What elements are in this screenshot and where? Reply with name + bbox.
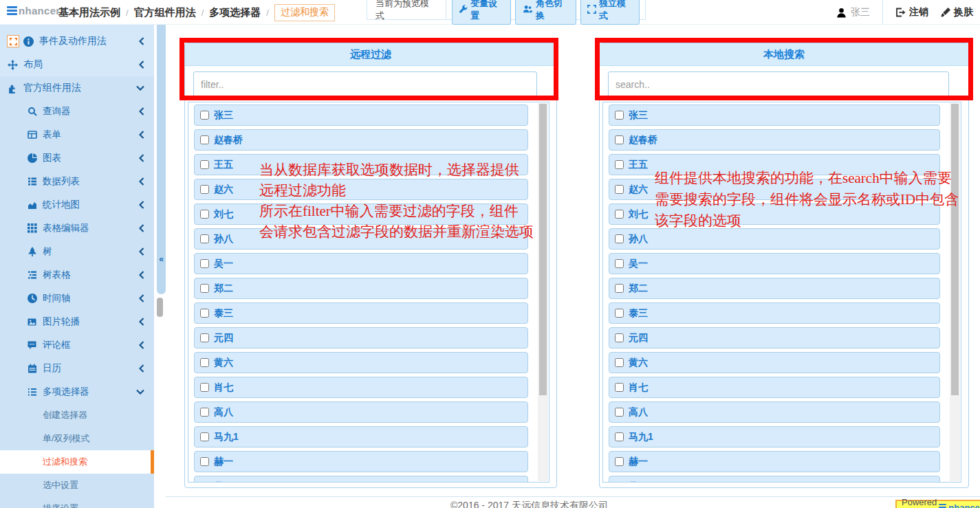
option-row-赫一[interactable]: 赫一 xyxy=(194,451,528,472)
option-row-马九1[interactable]: 马九1 xyxy=(194,426,528,448)
option-row-赫一[interactable]: 赫一 xyxy=(609,451,940,472)
option-checkbox[interactable] xyxy=(615,482,624,483)
sidebar-item-表单[interactable]: 表单 xyxy=(0,123,154,146)
option-checkbox[interactable] xyxy=(200,185,209,194)
sidebar-item-多项选择器[interactable]: 多项选择器 xyxy=(0,380,154,404)
sidebar-item-表格编辑器[interactable]: 表格编辑器 xyxy=(0,217,154,240)
option-row-泰三[interactable]: 泰三 xyxy=(194,302,528,324)
option-row-泰三[interactable]: 泰三 xyxy=(609,302,940,324)
option-checkbox[interactable] xyxy=(200,160,209,169)
option-checkbox[interactable] xyxy=(615,358,624,367)
sidebar-item-图表[interactable]: 图表 xyxy=(0,146,154,170)
sidebar-item-数据列表[interactable]: 数据列表 xyxy=(0,170,154,193)
sidebar-scrollbar-thumb[interactable] xyxy=(157,298,163,317)
option-checkbox[interactable] xyxy=(615,284,624,293)
option-row-王五[interactable]: 王五 xyxy=(194,154,528,175)
option-checkbox[interactable] xyxy=(615,210,624,219)
sidebar-item-排序设置[interactable]: 排序设置 xyxy=(0,497,154,508)
role-switch-button[interactable]: 角色切换 xyxy=(515,0,576,25)
option-checkbox[interactable] xyxy=(200,383,209,392)
sidebar-item-日历[interactable]: 日历 xyxy=(0,357,154,380)
option-checkbox[interactable] xyxy=(200,234,209,243)
sidebar-item-树[interactable]: 树 xyxy=(0,240,154,263)
search-input[interactable] xyxy=(608,71,949,98)
option-checkbox[interactable] xyxy=(615,160,624,169)
sidebar-item-统计地图[interactable]: 统计地图 xyxy=(0,193,154,217)
sidebar-item-单/双列模式[interactable]: 单/双列模式 xyxy=(0,427,154,450)
option-row-孙八[interactable]: 孙八 xyxy=(194,228,528,250)
option-row-高八[interactable]: 高八 xyxy=(609,401,940,423)
option-row-赵六[interactable]: 赵六 xyxy=(194,179,528,200)
sidebar-item-时间轴[interactable]: 时间轴 xyxy=(0,287,154,310)
sidebar-item-布局[interactable]: 布局 xyxy=(0,53,154,76)
option-row-吴一[interactable]: 吴一 xyxy=(609,253,940,274)
option-row-赵六[interactable]: 赵六 xyxy=(609,179,940,200)
option-row-王五[interactable]: 王五 xyxy=(609,154,940,175)
option-list-scrollbar[interactable] xyxy=(538,103,548,481)
option-checkbox[interactable] xyxy=(200,482,209,483)
option-row-高八[interactable]: 高八 xyxy=(194,401,528,423)
breadcrumb-item[interactable]: 官方组件用法 xyxy=(134,6,196,19)
option-row-郑二[interactable]: 郑二 xyxy=(194,278,528,299)
option-row-吴一[interactable]: 吴一 xyxy=(194,253,528,274)
breadcrumb-item[interactable]: 多项选择器 xyxy=(209,6,261,19)
option-row-刘七[interactable]: 刘七 xyxy=(194,203,528,225)
option-row-肖七[interactable]: 肖七 xyxy=(609,377,940,398)
sidebar-item-查询器[interactable]: 查询器 xyxy=(0,100,154,123)
option-checkbox[interactable] xyxy=(200,210,209,219)
sidebar-item-评论框[interactable]: 评论框 xyxy=(0,333,154,357)
standalone-mode-button[interactable]: 独立模式 xyxy=(580,0,640,25)
option-row-刘七[interactable]: 刘七 xyxy=(609,203,940,225)
sidebar-item-选中设置[interactable]: 选中设置 xyxy=(0,474,154,497)
option-checkbox[interactable] xyxy=(615,333,624,342)
option-row-元四[interactable]: 元四 xyxy=(194,327,528,349)
option-row-张三[interactable]: 张三 xyxy=(609,104,940,126)
option-checkbox[interactable] xyxy=(615,408,624,417)
filter-input[interactable] xyxy=(193,71,537,98)
breadcrumb-item[interactable]: 基本用法示例 xyxy=(58,6,120,19)
sidebar-item-图片轮播[interactable]: 图片轮播 xyxy=(0,310,154,333)
option-checkbox[interactable] xyxy=(200,408,209,417)
user-menu[interactable]: 张三 xyxy=(836,6,870,19)
fullscreen-icon[interactable] xyxy=(7,35,19,47)
variable-settings-button[interactable]: 变量设置 xyxy=(452,0,511,25)
sidebar-item-树表格[interactable]: 树表格 xyxy=(0,263,154,287)
sidebar-item-官方组件用法[interactable]: 官方组件用法 xyxy=(0,76,154,100)
option-checkbox[interactable] xyxy=(615,309,624,318)
option-checkbox[interactable] xyxy=(615,432,624,441)
option-list-scrollbar-thumb[interactable] xyxy=(539,104,547,395)
sidebar-item-过滤和搜索[interactable]: 过滤和搜索 xyxy=(0,450,154,474)
option-checkbox[interactable] xyxy=(200,284,209,293)
option-checkbox[interactable] xyxy=(200,111,209,120)
powered-by-badge[interactable]: Powered by nhancer2 xyxy=(895,500,980,508)
option-checkbox[interactable] xyxy=(200,309,209,318)
option-row-张三[interactable]: 张三 xyxy=(194,104,528,126)
option-row-黄六[interactable]: 黄六 xyxy=(194,352,528,373)
option-checkbox[interactable] xyxy=(200,333,209,342)
option-list-scrollbar[interactable] xyxy=(950,103,960,481)
enhancer-logo[interactable]: nhancer xyxy=(7,5,60,16)
option-checkbox[interactable] xyxy=(615,135,624,144)
sidebar-item-创建选择器[interactable]: 创建选择器 xyxy=(0,404,154,427)
option-row-黄六[interactable]: 黄六 xyxy=(609,352,940,373)
logout-button[interactable]: 注销 xyxy=(895,6,928,19)
option-checkbox[interactable] xyxy=(615,457,624,466)
option-row-马九1[interactable]: 马九1 xyxy=(609,426,940,448)
change-skin-button[interactable]: 换肤 xyxy=(941,6,973,19)
option-row-孙八[interactable]: 孙八 xyxy=(609,228,940,250)
option-row-赵春桥[interactable]: 赵春桥 xyxy=(194,129,528,151)
option-checkbox[interactable] xyxy=(615,383,624,392)
option-checkbox[interactable] xyxy=(200,135,209,144)
sidebar-item-事件及动作用法[interactable]: 事件及动作用法 xyxy=(0,30,154,53)
option-row-赵春桥[interactable]: 赵春桥 xyxy=(609,129,940,151)
option-checkbox[interactable] xyxy=(615,185,624,194)
option-checkbox[interactable] xyxy=(200,432,209,441)
option-row-吴二[interactable]: 吴二 xyxy=(609,476,940,483)
option-checkbox[interactable] xyxy=(200,358,209,367)
option-checkbox[interactable] xyxy=(615,111,624,120)
option-list-scrollbar-thumb[interactable] xyxy=(951,104,959,395)
sidebar-collapse-strip[interactable]: « xyxy=(157,25,166,294)
option-checkbox[interactable] xyxy=(615,234,624,243)
option-row-吴二[interactable]: 吴二 xyxy=(194,476,528,483)
option-checkbox[interactable] xyxy=(200,457,209,466)
